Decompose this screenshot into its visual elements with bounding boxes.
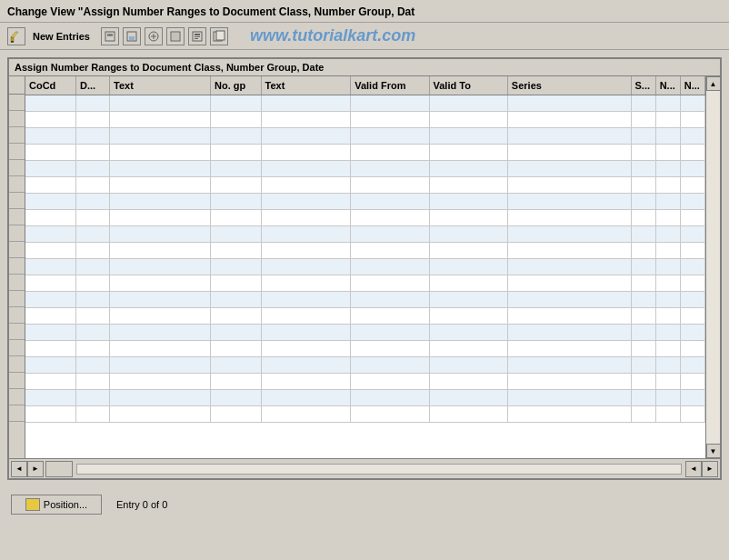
table-cell[interactable] [25, 340, 76, 356]
table-row[interactable] [25, 389, 705, 405]
edit-icon[interactable] [7, 27, 25, 45]
table-cell[interactable] [351, 160, 429, 176]
table-cell[interactable] [76, 258, 110, 275]
table-cell[interactable] [655, 193, 680, 209]
row-selector-13[interactable] [9, 291, 25, 307]
table-cell[interactable] [110, 111, 211, 127]
table-cell[interactable] [211, 95, 262, 111]
table-cell[interactable] [110, 225, 211, 242]
table-cell[interactable] [261, 95, 351, 111]
toolbar-btn-3[interactable] [145, 27, 163, 45]
table-cell[interactable] [25, 356, 76, 373]
h-scroll-left2-btn[interactable]: ◄ [685, 461, 702, 477]
table-cell[interactable] [429, 389, 507, 405]
table-row[interactable] [25, 127, 705, 144]
row-selector-9[interactable] [9, 225, 25, 242]
table-cell[interactable] [261, 356, 351, 373]
table-cell[interactable] [655, 225, 680, 242]
table-cell[interactable] [76, 275, 110, 291]
table-cell[interactable] [507, 405, 631, 422]
row-selector-3[interactable] [9, 127, 25, 144]
table-cell[interactable] [680, 356, 704, 373]
row-selector-6[interactable] [9, 176, 25, 193]
table-cell[interactable] [631, 225, 655, 242]
table-cell[interactable] [76, 160, 110, 176]
table-cell[interactable] [25, 127, 76, 144]
table-cell[interactable] [655, 324, 680, 340]
scroll-up-btn[interactable]: ▲ [706, 76, 721, 91]
table-row[interactable] [25, 373, 705, 389]
table-cell[interactable] [211, 225, 262, 242]
table-cell[interactable] [110, 242, 211, 258]
table-cell[interactable] [76, 389, 110, 405]
scroll-down-btn[interactable]: ▼ [706, 444, 721, 458]
table-cell[interactable] [507, 176, 631, 193]
table-row[interactable] [25, 405, 705, 422]
table-cell[interactable] [351, 258, 429, 275]
position-button[interactable]: Position... [11, 495, 102, 515]
table-cell[interactable] [25, 144, 76, 160]
table-cell[interactable] [680, 307, 704, 324]
table-cell[interactable] [211, 324, 262, 340]
table-cell[interactable] [25, 209, 76, 225]
h-scroll-track[interactable] [76, 464, 682, 475]
table-cell[interactable] [680, 176, 704, 193]
table-cell[interactable] [631, 324, 655, 340]
table-cell[interactable] [110, 340, 211, 356]
table-cell[interactable] [655, 340, 680, 356]
table-cell[interactable] [680, 160, 704, 176]
table-cell[interactable] [76, 242, 110, 258]
table-cell[interactable] [631, 111, 655, 127]
table-cell[interactable] [631, 291, 655, 307]
table-cell[interactable] [261, 275, 351, 291]
table-row[interactable] [25, 291, 705, 307]
table-row[interactable] [25, 160, 705, 176]
table-cell[interactable] [655, 160, 680, 176]
table-cell[interactable] [429, 193, 507, 209]
table-cell[interactable] [429, 209, 507, 225]
table-cell[interactable] [351, 389, 429, 405]
table-row[interactable] [25, 340, 705, 356]
table-cell[interactable] [680, 405, 704, 422]
row-selector-17[interactable] [9, 356, 25, 373]
table-cell[interactable] [351, 193, 429, 209]
table-cell[interactable] [680, 209, 704, 225]
table-cell[interactable] [76, 127, 110, 144]
table-cell[interactable] [25, 307, 76, 324]
table-cell[interactable] [25, 193, 76, 209]
table-cell[interactable] [507, 307, 631, 324]
row-selector-7[interactable] [9, 193, 25, 209]
table-cell[interactable] [507, 275, 631, 291]
table-cell[interactable] [76, 340, 110, 356]
table-cell[interactable] [507, 95, 631, 111]
table-cell[interactable] [507, 111, 631, 127]
table-cell[interactable] [655, 242, 680, 258]
table-cell[interactable] [429, 340, 507, 356]
table-cell[interactable] [25, 389, 76, 405]
table-cell[interactable] [351, 324, 429, 340]
table-row[interactable] [25, 324, 705, 340]
table-cell[interactable] [680, 275, 704, 291]
table-cell[interactable] [351, 275, 429, 291]
table-cell[interactable] [76, 291, 110, 307]
table-cell[interactable] [25, 225, 76, 242]
table-cell[interactable] [507, 340, 631, 356]
table-cell[interactable] [25, 275, 76, 291]
table-cell[interactable] [429, 324, 507, 340]
table-cell[interactable] [211, 242, 262, 258]
table-cell[interactable] [507, 258, 631, 275]
table-cell[interactable] [351, 405, 429, 422]
table-cell[interactable] [25, 405, 76, 422]
h-scroll-left-btn[interactable]: ◄ [11, 461, 27, 477]
table-row[interactable] [25, 193, 705, 209]
table-cell[interactable] [261, 242, 351, 258]
table-cell[interactable] [631, 242, 655, 258]
row-selector-1[interactable] [9, 95, 25, 111]
table-row[interactable] [25, 95, 705, 111]
table-cell[interactable] [507, 373, 631, 389]
table-cell[interactable] [429, 160, 507, 176]
table-cell[interactable] [261, 405, 351, 422]
table-cell[interactable] [631, 275, 655, 291]
table-cell[interactable] [655, 356, 680, 373]
table-cell[interactable] [680, 340, 704, 356]
